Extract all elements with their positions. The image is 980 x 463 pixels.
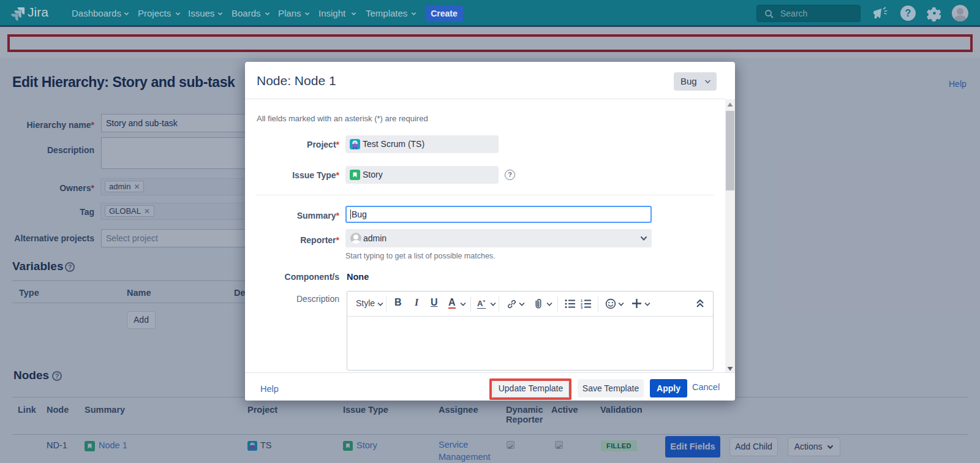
svg-text:3: 3 — [581, 306, 582, 309]
